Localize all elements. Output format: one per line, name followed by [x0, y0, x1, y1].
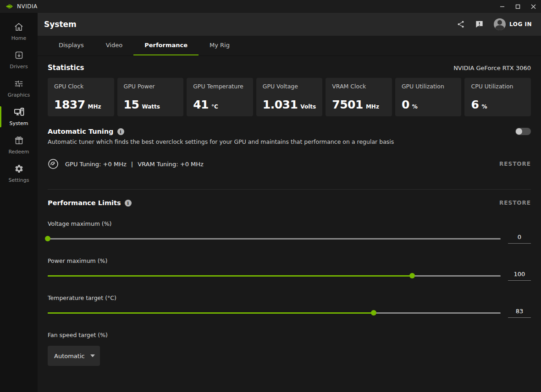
- sidebar: Home Drivers Graphics System: [0, 13, 38, 392]
- app-title: NVIDIA: [17, 3, 38, 10]
- sidebar-item-settings[interactable]: Settings: [0, 159, 38, 188]
- slider-label: Power maximum (%): [48, 257, 531, 264]
- slider-label: Voltage maximum (%): [48, 220, 531, 227]
- stat-value: 15: [124, 98, 139, 111]
- sidebar-item-graphics[interactable]: Graphics: [0, 74, 38, 103]
- fan-speed-target-label: Fan speed target (%): [48, 332, 531, 338]
- automatic-tuning-heading: Automatic Tuning: [48, 128, 114, 135]
- sidebar-item-drivers[interactable]: Drivers: [0, 46, 38, 74]
- automatic-tuning-toggle[interactable]: [515, 128, 531, 135]
- sidebar-item-label: Home: [11, 35, 26, 41]
- page-header: System LOG IN: [38, 13, 541, 36]
- notifications-button[interactable]: [475, 20, 484, 28]
- slider-thumb[interactable]: [371, 310, 376, 316]
- stat-unit: Watts: [142, 103, 160, 110]
- tab-video[interactable]: Video: [95, 36, 133, 55]
- limits-restore-button[interactable]: RESTORE: [499, 200, 531, 206]
- minimize-button[interactable]: [494, 0, 510, 13]
- window-controls: [494, 0, 541, 13]
- sidebar-item-system[interactable]: System: [0, 103, 38, 131]
- home-icon: [14, 22, 24, 33]
- sidebar-item-label: Graphics: [8, 92, 30, 98]
- fan-speed-dropdown[interactable]: Automatic: [48, 346, 100, 366]
- slider-thumb[interactable]: [45, 236, 50, 241]
- tab-displays[interactable]: Displays: [48, 36, 95, 55]
- statistics-cards: GPU Clock 1837MHz GPU Power 15Watts GPU …: [48, 78, 531, 116]
- temperature-target-slider-group: Temperature target (°C) 83: [48, 294, 531, 318]
- toggle-knob: [516, 128, 522, 135]
- slider-fill: [48, 275, 412, 277]
- slider-thumb[interactable]: [409, 273, 415, 278]
- nvidia-app-window: NVIDIA Home: [0, 0, 541, 392]
- stat-card-gpu-temperature: GPU Temperature 41°C: [187, 78, 253, 116]
- nvidia-eye-logo-icon: [6, 4, 13, 9]
- stat-card-vram-clock: VRAM Clock 7501MHz: [326, 78, 392, 116]
- login-button[interactable]: LOG IN: [494, 18, 532, 30]
- info-icon[interactable]: i: [125, 200, 132, 207]
- chevron-down-icon: [90, 354, 95, 357]
- stat-unit: %: [412, 103, 418, 110]
- stat-value: 7501: [332, 98, 363, 111]
- stat-card-cpu-utilization: CPU Utilization 6%: [464, 78, 531, 116]
- stat-card-gpu-utilization: GPU Utilization 0%: [395, 78, 462, 116]
- voltage-maximum-value-field[interactable]: 0: [508, 234, 531, 244]
- automatic-tuning-description: Automatic tuner which finds the best ove…: [48, 138, 531, 145]
- share-button[interactable]: [457, 20, 465, 28]
- gauge-icon: [48, 158, 59, 169]
- temperature-target-slider[interactable]: [48, 309, 501, 317]
- slider-fill: [48, 312, 374, 314]
- titlebar: NVIDIA: [0, 0, 541, 13]
- stat-unit: MHz: [366, 103, 379, 110]
- voltage-maximum-slider-group: Voltage maximum (%) 0: [48, 220, 531, 244]
- slider-track: [48, 238, 501, 240]
- close-button[interactable]: [525, 0, 541, 13]
- fan-speed-target-group: Fan speed target (%) Automatic: [48, 332, 531, 366]
- section-divider: [48, 189, 531, 190]
- gift-icon: [14, 136, 24, 147]
- stat-value: 0: [402, 98, 409, 111]
- stat-unit: MHz: [88, 103, 101, 110]
- power-maximum-value-field[interactable]: 100: [508, 271, 531, 281]
- gear-icon: [14, 164, 24, 175]
- tab-my-rig[interactable]: My Rig: [199, 36, 241, 55]
- download-box-icon: [14, 50, 24, 62]
- tune-sliders-icon: [14, 79, 24, 90]
- tuning-separator: |: [131, 161, 133, 168]
- info-icon[interactable]: i: [117, 128, 124, 135]
- sidebar-item-label: Redeem: [8, 149, 29, 155]
- voltage-maximum-slider[interactable]: [48, 234, 501, 243]
- login-label: LOG IN: [509, 21, 532, 27]
- sidebar-item-label: Settings: [8, 177, 29, 183]
- sidebar-item-label: System: [9, 120, 28, 126]
- stat-card-gpu-clock: GPU Clock 1837MHz: [48, 78, 114, 116]
- sidebar-item-home[interactable]: Home: [0, 17, 38, 46]
- active-indicator: [0, 106, 1, 127]
- vram-tuning-value: VRAM Tuning: +0 MHz: [138, 161, 204, 168]
- share-icon: [457, 20, 465, 28]
- computer-icon: [14, 107, 24, 119]
- statistics-heading: Statistics: [48, 64, 84, 72]
- temperature-target-value-field[interactable]: 83: [508, 308, 531, 318]
- gpu-tuning-value: GPU Tuning: +0 MHz: [65, 161, 127, 168]
- stat-card-gpu-voltage: GPU Voltage 1.031Volts: [256, 78, 323, 116]
- sidebar-item-label: Drivers: [10, 64, 28, 70]
- stat-value: 1.031: [263, 98, 298, 111]
- tab-bar: Displays Video Performance My Rig: [38, 36, 541, 56]
- power-maximum-slider[interactable]: [48, 272, 501, 280]
- stat-unit: Volts: [300, 103, 316, 110]
- performance-limits-section: Performance Limits i RESTORE Voltage max…: [48, 199, 531, 366]
- maximize-button[interactable]: [510, 0, 525, 13]
- stat-unit: %: [481, 103, 487, 110]
- fan-speed-selected-value: Automatic: [54, 353, 85, 359]
- slider-label: Temperature target (°C): [48, 294, 531, 301]
- power-maximum-slider-group: Power maximum (%) 100: [48, 257, 531, 281]
- stat-value: 1837: [54, 98, 85, 111]
- feedback-bubble-icon: [475, 20, 484, 28]
- stat-value: 41: [193, 98, 209, 111]
- sidebar-item-redeem[interactable]: Redeem: [0, 131, 38, 159]
- gpu-name: NVIDIA GeForce RTX 3060: [453, 65, 531, 71]
- stat-unit: °C: [211, 103, 218, 110]
- tuning-restore-button[interactable]: RESTORE: [499, 161, 531, 167]
- tab-performance[interactable]: Performance: [133, 36, 199, 55]
- automatic-tuning-section: Automatic Tuning i Automatic tuner which…: [48, 128, 531, 169]
